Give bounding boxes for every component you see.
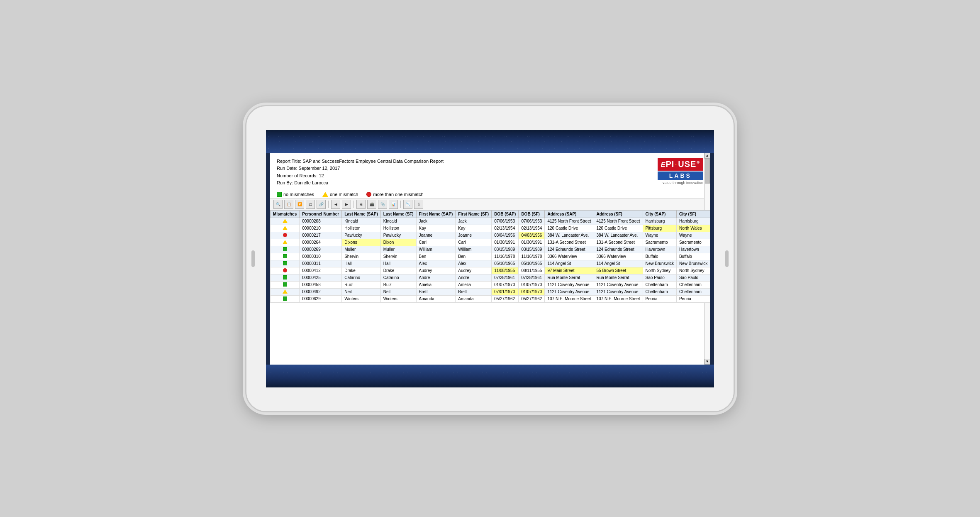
report-title: Report Title: SAP and SuccessFactors Emp… (277, 158, 444, 165)
toolbar-search-btn[interactable]: 🔍 (273, 200, 283, 209)
toolbar-chart-btn[interactable]: 📊 (389, 200, 398, 209)
table-row[interactable]: 00000425CatarinoCatarinoAndreAndre07/28/… (271, 274, 710, 281)
red-circle-icon (283, 233, 287, 237)
table-row[interactable]: 00000629WintersWintersAmandaAmanda05/27/… (271, 295, 710, 302)
tablet-frame: ▲ ▼ Report Title: SAP and SuccessFactors… (245, 105, 735, 412)
table-row[interactable]: 00000264DixonsDixonCarlCarl01/30/199101/… (271, 239, 710, 246)
tablet-right-button[interactable] (725, 250, 729, 267)
toolbar-sep2 (353, 201, 354, 208)
table-row[interactable]: 00000269MullerMullerWilliamWilliam03/15/… (271, 246, 710, 253)
addr-sf-cell: 120 Castle Drive (594, 225, 643, 232)
addr-sf-cell: 1121 Coventry Avenue (594, 281, 643, 288)
dob-sf-cell: 01/07/1970 (519, 281, 545, 288)
toolbar-info-btn[interactable]: ℹ (414, 200, 423, 209)
last-sap-cell: Kincaid (342, 218, 381, 225)
table-row[interactable]: 00000210HollistonHollistonKayKay02/13/19… (271, 225, 710, 232)
dob-sf-cell: 05/27/1962 (519, 295, 545, 302)
last-sap-cell: Ruiz (342, 281, 381, 288)
addr-sf-cell: 131-A Second Street (594, 239, 643, 246)
green-square-icon (283, 275, 287, 279)
screen-footer (266, 365, 714, 387)
addr-sap-cell: 124 Edmunds Street (545, 246, 594, 253)
city-sf-cell: Sao Paulo (676, 274, 710, 281)
run-by: Run By: Danielle Larocca (277, 179, 444, 187)
legend-more-mismatch: more than one mismatch (366, 192, 423, 197)
first-sap-cell: William (416, 246, 456, 253)
dob-sap-cell: 11/08/1955 (492, 267, 519, 274)
toolbar-group-btn[interactable]: 🗂 (306, 200, 315, 209)
addr-sf-cell: 124 Edmunds Street (594, 246, 643, 253)
last-sf-cell: Winters (380, 295, 416, 302)
table-container[interactable]: Mismatches Personnel Number Last Name (S… (270, 210, 710, 365)
addr-sf-cell: 107 N.E. Monroe Street (594, 295, 643, 302)
personnel-cell: 00000492 (300, 288, 342, 295)
city-sf-cell: Sacramento (676, 239, 710, 246)
toolbar-next-btn[interactable]: ▶ (342, 200, 351, 209)
col-mismatches: Mismatches (271, 210, 300, 218)
toolbar-filter-btn[interactable]: 🔽 (295, 200, 304, 209)
table-header-row: Mismatches Personnel Number Last Name (S… (271, 210, 710, 218)
dob-sap-cell: 01/30/1991 (492, 239, 519, 246)
first-sf-cell: Amanda (456, 295, 492, 302)
table-row[interactable]: 00000492NeilNeilBrettBrett07/01/197001/0… (271, 288, 710, 295)
col-last-sf: Last Name (SF) (380, 210, 416, 218)
toolbar-copy-btn[interactable]: 📋 (284, 200, 293, 209)
city-sap-cell: New Brunswick (643, 260, 676, 267)
last-sap-cell: Neil (342, 288, 381, 295)
first-sf-cell: Jack (456, 218, 492, 225)
table-row[interactable]: 00000458RuizRuizAmeliaAmelia01/07/197001… (271, 281, 710, 288)
personnel-cell: 00000629 (300, 295, 342, 302)
table-row[interactable]: 00000311HallHallAlexAlex05/10/196505/10/… (271, 260, 710, 267)
green-square-icon (283, 261, 287, 265)
run-date: Run Date: September 12, 2017 (277, 165, 444, 172)
scrollbar-up-btn[interactable]: ▲ (705, 153, 710, 159)
personnel-cell: 00000425 (300, 274, 342, 281)
last-sap-cell: Hall (342, 260, 381, 267)
toolbar-prev-btn[interactable]: ◀ (331, 200, 340, 209)
toolbar-print-btn[interactable]: 🖨 (356, 200, 366, 209)
table-row[interactable]: 00000310ShervinShervinBenBen11/16/197811… (271, 253, 710, 260)
yellow-triangle-icon (283, 289, 288, 294)
mismatch-cell (271, 218, 300, 225)
mismatch-cell (271, 260, 300, 267)
addr-sf-cell: 55 Brown Street (594, 267, 643, 274)
col-addr-sap: Address (SAP) (545, 210, 594, 218)
mismatch-cell (271, 267, 300, 274)
last-sf-cell: Hall (380, 260, 416, 267)
mismatch-cell (271, 253, 300, 260)
table-row[interactable]: 00000412DrakeDrakeAudreyAudrey11/08/1955… (271, 267, 710, 274)
addr-sf-cell: 384 W. Lancaster Ave. (594, 232, 643, 239)
first-sf-cell: Audrey (456, 267, 492, 274)
toolbar-attach-btn[interactable]: 📎 (378, 200, 387, 209)
table-row[interactable]: 00000208KincaidKincaidJackJack07/06/1953… (271, 218, 710, 225)
first-sap-cell: Brett (416, 288, 456, 295)
table-row[interactable]: 00000217PawluckyPawluckyJoanneJoanne03/0… (271, 232, 710, 239)
dob-sf-cell: 07/06/1953 (519, 218, 545, 225)
screen-content: ▲ ▼ Report Title: SAP and SuccessFactors… (270, 153, 710, 365)
last-sf-cell: Catarino (380, 274, 416, 281)
addr-sap-cell: 384 W. Lancaster Ave. (545, 232, 594, 239)
dob-sf-cell: 01/30/1991 (519, 239, 545, 246)
red-circle-icon (283, 268, 287, 272)
personnel-cell: 00000208 (300, 218, 342, 225)
num-records: Number of Records: 12 (277, 172, 444, 180)
addr-sf-cell: 114 Angel St (594, 260, 643, 267)
addr-sf-cell: 1121 Coventry Avenue (594, 288, 643, 295)
green-square-icon (283, 282, 287, 287)
legend-red-icon (366, 192, 371, 197)
toolbar-fax-btn[interactable]: 📠 (367, 200, 376, 209)
addr-sap-cell: 131-A Second Street (545, 239, 594, 246)
toolbar-graph-btn[interactable]: 📉 (403, 200, 412, 209)
toolbar: 🔍 📋 🔽 🗂 🔗 ◀ ▶ 🖨 📠 📎 📊 📉 ℹ (270, 198, 710, 210)
dob-sap-cell: 11/16/1978 (492, 253, 519, 260)
toolbar-link-btn[interactable]: 🔗 (317, 200, 326, 209)
green-square-icon (283, 254, 287, 258)
yellow-triangle-icon (283, 240, 288, 244)
dob-sap-cell: 03/04/1956 (492, 232, 519, 239)
city-sf-cell: Cheltenham (676, 288, 710, 295)
tablet-left-button[interactable] (251, 250, 255, 267)
last-sap-cell: Pawlucky (342, 232, 381, 239)
scrollbar-thumb[interactable] (705, 159, 710, 184)
city-sap-cell: Cheltenham (643, 288, 676, 295)
legend-one-mismatch-label: one mismatch (330, 192, 358, 197)
